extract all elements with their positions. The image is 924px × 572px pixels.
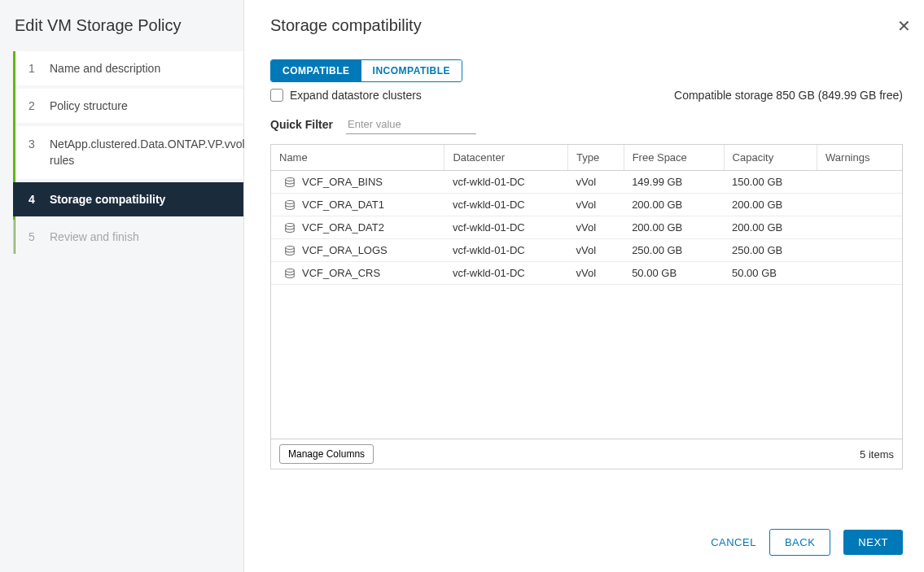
datastore-name: VCF_ORA_DAT2 (302, 221, 384, 234)
table-footer: Manage Columns 5 items (271, 439, 902, 469)
step-number: 3 (28, 137, 42, 153)
item-count: 5 items (860, 448, 894, 461)
compatible-status: Compatible storage 850 GB (849.99 GB fre… (674, 89, 903, 102)
tab-incompatible[interactable]: INCOMPATIBLE (361, 60, 462, 81)
cell: 50.00 GB (624, 262, 724, 285)
datastore-name: VCF_ORA_BINS (302, 176, 383, 188)
column-header[interactable]: Capacity (724, 145, 817, 171)
step-number: 4 (28, 193, 42, 206)
back-button[interactable]: BACK (769, 529, 830, 556)
filter-label: Quick Filter (270, 118, 333, 131)
cell: 250.00 GB (624, 239, 724, 262)
cell (817, 194, 902, 216)
column-header[interactable]: Datacenter (444, 145, 568, 171)
step-number: 5 (28, 230, 42, 243)
svg-point-1 (286, 200, 295, 203)
wizard-step[interactable]: 4Storage compatibility (13, 182, 243, 216)
cell: vcf-wkld-01-DC (444, 216, 568, 239)
cell: 200.00 GB (624, 216, 724, 239)
cell: vcf-wkld-01-DC (444, 194, 568, 216)
wizard-sidebar: Edit VM Storage Policy 1Name and descrip… (0, 0, 244, 572)
step-number: 2 (28, 99, 42, 112)
compat-toggle: COMPATIBLE INCOMPATIBLE (270, 59, 462, 82)
step-label: Policy structure (50, 99, 128, 112)
column-header[interactable]: Name (271, 145, 444, 171)
column-header[interactable]: Warnings (817, 145, 902, 171)
cell (817, 216, 902, 239)
datastore-name: VCF_ORA_CRS (302, 267, 380, 279)
next-button[interactable]: NEXT (843, 530, 903, 555)
filter-row: Quick Filter (270, 115, 903, 134)
cell (817, 239, 902, 262)
wizard-step: 5Review and finish (13, 220, 243, 254)
wizard-step[interactable]: 1Name and description (15, 51, 243, 85)
cell (817, 262, 902, 285)
datastore-icon (284, 199, 296, 211)
table-row[interactable]: VCF_ORA_DAT1vcf-wkld-01-DCvVol200.00 GB2… (271, 194, 902, 216)
wizard-step[interactable]: 3NetApp.clustered.Data.ONTAP.VP.vvol rul… (15, 126, 243, 179)
table-row[interactable]: VCF_ORA_CRSvcf-wkld-01-DCvVol50.00 GB50.… (271, 262, 902, 285)
cell: vcf-wkld-01-DC (444, 262, 568, 285)
step-label: Name and description (50, 62, 160, 75)
cell: vcf-wkld-01-DC (444, 171, 568, 194)
step-label: NetApp.clustered.Data.ONTAP.VP.vvol rule… (50, 137, 245, 168)
step-label: Review and finish (50, 230, 139, 243)
datastore-icon (284, 268, 296, 279)
table-row[interactable]: VCF_ORA_LOGSvcf-wkld-01-DCvVol250.00 GB2… (271, 239, 902, 262)
manage-columns-button[interactable]: Manage Columns (279, 444, 374, 464)
cell: vVol (568, 216, 624, 239)
cell (817, 171, 902, 194)
column-header[interactable]: Free Space (624, 145, 724, 171)
wizard-title: Edit VM Storage Policy (0, 16, 243, 51)
cell: vVol (568, 239, 624, 262)
close-icon[interactable]: ✕ (897, 16, 911, 36)
table-row[interactable]: VCF_ORA_DAT2vcf-wkld-01-DCvVol200.00 GB2… (271, 216, 902, 239)
checkbox-icon (270, 89, 283, 102)
cancel-button[interactable]: CANCEL (711, 536, 756, 548)
svg-point-0 (286, 177, 295, 181)
column-header[interactable]: Type (568, 145, 624, 171)
datastore-table: NameDatacenterTypeFree SpaceCapacityWarn… (271, 145, 902, 285)
step-label: Storage compatibility (50, 193, 165, 206)
svg-point-4 (286, 269, 295, 272)
main-panel: ✕ Storage compatibility COMPATIBLE INCOM… (244, 0, 924, 572)
cell: 50.00 GB (724, 262, 817, 285)
page-title: Storage compatibility (270, 16, 903, 35)
cell: 200.00 GB (624, 194, 724, 216)
datastore-icon (284, 245, 296, 256)
wizard-steps: 1Name and description2Policy structure3N… (13, 51, 243, 254)
datastore-icon (284, 222, 296, 234)
cell: 150.00 GB (724, 171, 817, 194)
cell: 200.00 GB (724, 216, 817, 239)
wizard-buttons: CANCEL BACK NEXT (270, 504, 903, 556)
cell: vVol (568, 171, 624, 194)
cell: vVol (568, 262, 624, 285)
cell: vVol (568, 194, 624, 216)
datastore-name: VCF_ORA_LOGS (302, 244, 388, 256)
cell: vcf-wkld-01-DC (444, 239, 568, 262)
cell: 200.00 GB (724, 194, 817, 216)
filter-input[interactable] (346, 115, 476, 134)
cell: 149.99 GB (624, 171, 724, 194)
datastore-table-wrap: NameDatacenterTypeFree SpaceCapacityWarn… (270, 144, 903, 469)
datastore-name: VCF_ORA_DAT1 (302, 199, 384, 211)
wizard-step[interactable]: 2Policy structure (15, 89, 243, 123)
expand-clusters-label: Expand datastore clusters (290, 89, 422, 102)
expand-clusters-checkbox[interactable]: Expand datastore clusters (270, 89, 422, 102)
options-row: Expand datastore clusters Compatible sto… (270, 89, 903, 102)
svg-point-3 (286, 246, 295, 249)
step-number: 1 (28, 62, 42, 75)
svg-point-2 (286, 223, 295, 226)
tab-compatible[interactable]: COMPATIBLE (271, 60, 361, 81)
datastore-icon (284, 177, 296, 188)
cell: 250.00 GB (724, 239, 817, 262)
table-row[interactable]: VCF_ORA_BINSvcf-wkld-01-DCvVol149.99 GB1… (271, 171, 902, 194)
